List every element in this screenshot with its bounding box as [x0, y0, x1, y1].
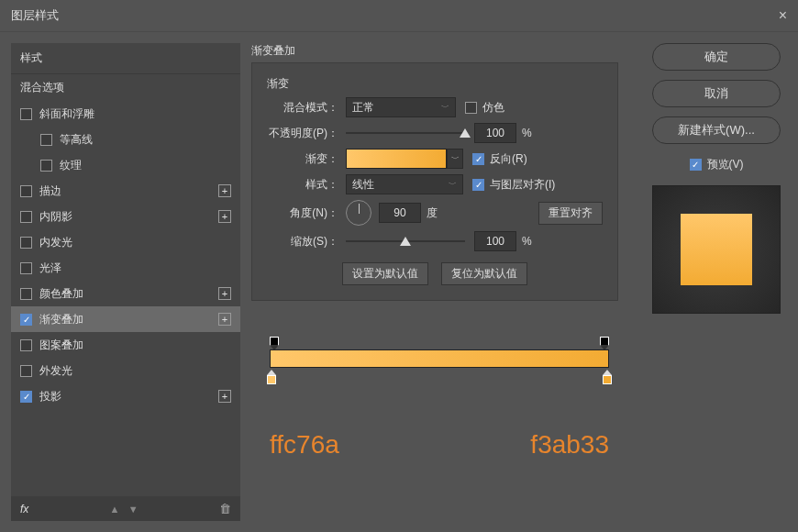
hex-right: f3ab33 [530, 430, 609, 460]
color-stop-right[interactable] [603, 370, 612, 386]
add-icon[interactable] [218, 287, 231, 300]
checkbox[interactable] [20, 237, 32, 249]
style-label: 内发光 [39, 235, 72, 250]
checkbox[interactable] [40, 160, 52, 172]
style-label: 纹理 [60, 158, 82, 173]
reset-default-button[interactable]: 复位为默认值 [441, 262, 527, 285]
add-icon[interactable] [218, 184, 231, 197]
default-buttons: 设置为默认值 复位为默认值 [267, 262, 603, 285]
style-row-drop-shadow[interactable]: 投影 [11, 383, 240, 409]
angle-dial[interactable] [346, 200, 371, 226]
cancel-button[interactable]: 取消 [652, 80, 781, 107]
style-row-texture[interactable]: 纹理 [11, 152, 240, 178]
trash-icon[interactable]: 🗑 [219, 502, 231, 515]
blend-mode-dropdown[interactable]: 正常 ﹀ [346, 97, 456, 117]
opacity-row: 不透明度(P)： 100 % [267, 123, 603, 143]
gradient-bar-wrap [270, 337, 609, 392]
style-label: 外发光 [39, 363, 72, 379]
preview-checkbox[interactable] [690, 159, 702, 171]
styles-header[interactable]: 样式 [11, 43, 240, 74]
reverse-checkbox[interactable] [472, 153, 484, 165]
right-panel: 确定 取消 新建样式(W)... 预览(V) [646, 43, 787, 521]
style-row-outer-glow[interactable]: 外发光 [11, 358, 240, 383]
checkbox[interactable] [20, 262, 32, 274]
blending-options[interactable]: 混合选项 [11, 74, 240, 101]
gradient-swatch[interactable] [346, 149, 447, 169]
opacity-stop-left[interactable] [270, 337, 279, 346]
preview-label: 预览(V) [707, 157, 744, 172]
gradient-row: 渐变： ﹀ 反向(R) [267, 149, 603, 169]
arrow-down-icon[interactable]: ▼ [128, 504, 139, 515]
gradient-dropdown-arrow[interactable]: ﹀ [447, 149, 463, 169]
dialog-content: 样式 混合选项 斜面和浮雕 等高线 纹理 描边 内阴影 内发光 [0, 32, 798, 532]
arrow-up-icon[interactable]: ▲ [110, 504, 120, 515]
opacity-stop-right[interactable] [600, 337, 609, 346]
checkbox[interactable] [20, 365, 32, 377]
set-default-button[interactable]: 设置为默认值 [342, 262, 428, 285]
percent-label: % [522, 127, 532, 139]
style-row-inner-shadow[interactable]: 内阴影 [11, 204, 240, 229]
preview-swatch [681, 214, 752, 285]
reset-align-button[interactable]: 重置对齐 [538, 202, 603, 225]
checkbox[interactable] [20, 108, 32, 120]
checkbox[interactable] [20, 391, 32, 403]
slider-thumb[interactable] [460, 128, 471, 138]
dither-checkbox[interactable] [465, 102, 477, 114]
style-row-bevel[interactable]: 斜面和浮雕 [11, 101, 240, 127]
percent-label: % [522, 235, 532, 248]
style-row-inner-glow[interactable]: 内发光 [11, 229, 240, 255]
style-label: 等高线 [60, 132, 93, 148]
opacity-slider[interactable] [346, 132, 465, 134]
add-icon[interactable] [218, 210, 231, 223]
chevron-down-icon: ﹀ [449, 179, 457, 191]
style-label: 斜面和浮雕 [39, 106, 94, 122]
reverse-label: 反向(R) [490, 151, 527, 167]
blend-mode-label: 混合模式： [267, 100, 338, 116]
add-icon[interactable] [218, 313, 231, 326]
checkbox[interactable] [40, 134, 52, 146]
style-row-satin[interactable]: 光泽 [11, 255, 240, 281]
color-stop-left[interactable] [267, 370, 276, 386]
align-checkbox[interactable] [472, 179, 484, 191]
scale-row: 缩放(S)： 100 % [267, 231, 603, 251]
style-row-color-overlay[interactable]: 颜色叠加 [11, 281, 240, 306]
new-style-button[interactable]: 新建样式(W)... [652, 116, 781, 144]
scale-slider[interactable] [346, 240, 465, 242]
angle-label: 角度(N)： [267, 205, 338, 221]
style-dropdown[interactable]: 线性 ﹀ [346, 174, 463, 194]
style-row-gradient-overlay[interactable]: 渐变叠加 [11, 306, 240, 332]
checkbox[interactable] [20, 185, 32, 197]
checkbox[interactable] [20, 314, 32, 326]
style-label: 图案叠加 [39, 338, 83, 353]
arrow-group: ▲ ▼ [107, 503, 141, 515]
style-label: 描边 [39, 183, 61, 199]
style-row-pattern-overlay[interactable]: 图案叠加 [11, 332, 240, 358]
ok-button[interactable]: 确定 [652, 43, 781, 71]
checkbox[interactable] [20, 211, 32, 223]
angle-input[interactable]: 90 [379, 203, 421, 223]
add-icon[interactable] [218, 390, 231, 403]
hex-left: ffc76a [270, 430, 339, 460]
center-panel: 渐变叠加 渐变 混合模式： 正常 ﹀ 仿色 不透明度(P)： 100 % [251, 43, 635, 521]
scale-label: 缩放(S)： [267, 234, 338, 249]
gradient-bar[interactable] [270, 349, 609, 368]
checkbox[interactable] [20, 339, 32, 351]
preview-row: 预览(V) [690, 157, 744, 172]
title-bar: 图层样式 × [0, 0, 798, 32]
style-label: 颜色叠加 [39, 286, 83, 302]
fx-icon[interactable]: fx [20, 503, 28, 515]
close-icon[interactable]: × [779, 7, 787, 24]
styles-footer: fx ▲ ▼ 🗑 [11, 496, 240, 521]
style-value: 线性 [352, 177, 374, 193]
gradient-label: 渐变： [267, 151, 338, 167]
opacity-label: 不透明度(P)： [267, 126, 338, 141]
style-row-contour[interactable]: 等高线 [11, 127, 240, 152]
window-title: 图层样式 [11, 7, 59, 24]
scale-input[interactable]: 100 [474, 231, 516, 251]
slider-thumb[interactable] [400, 237, 411, 246]
style-label: 渐变叠加 [39, 312, 83, 327]
checkbox[interactable] [20, 288, 32, 300]
style-row-stroke[interactable]: 描边 [11, 178, 240, 204]
opacity-input[interactable]: 100 [474, 123, 516, 143]
align-label: 与图层对齐(I) [490, 177, 555, 193]
